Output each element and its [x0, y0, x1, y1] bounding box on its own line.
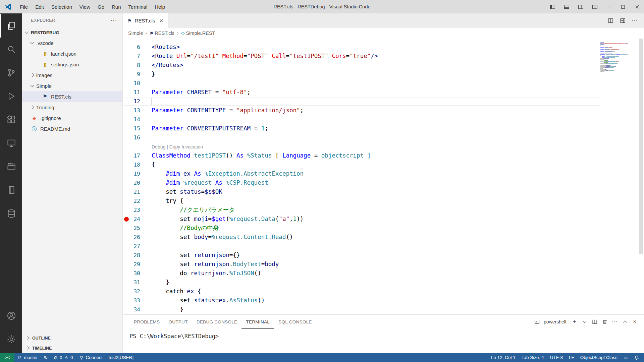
- code-line-14[interactable]: 14: [123, 115, 600, 124]
- tree-item-rest-cls[interactable]: ⚑REST.cls: [22, 91, 122, 102]
- tab-size[interactable]: Tab Size: 4: [519, 353, 547, 362]
- code-line-16[interactable]: 16: [123, 133, 600, 142]
- code-line-32[interactable]: 32 catch ex {: [123, 287, 600, 296]
- search-icon[interactable]: [0, 38, 22, 61]
- panel-tab-terminal[interactable]: TERMINAL: [241, 315, 274, 329]
- more-actions-icon[interactable]: ···: [629, 15, 640, 26]
- explorer-icon[interactable]: [0, 14, 22, 38]
- tree-item-readme-md[interactable]: ⓘREADME.md: [22, 123, 122, 134]
- minimize-icon[interactable]: [602, 0, 616, 13]
- breakpoint-margin[interactable]: [123, 269, 130, 278]
- git-branch[interactable]: master: [14, 353, 41, 362]
- minimap[interactable]: [600, 39, 638, 72]
- codelens-links[interactable]: Debug | Copy Invocation: [152, 144, 203, 149]
- breakpoint-margin[interactable]: [123, 224, 130, 233]
- feedback[interactable]: ☺: [621, 353, 631, 362]
- terminal-content[interactable]: PS C:\WorkSpace\RESTDebug>: [123, 329, 644, 353]
- scrollbar-thumb[interactable]: [639, 39, 643, 254]
- breakpoint-margin[interactable]: [123, 169, 130, 178]
- tab-rest-cls[interactable]: ⚑ REST.cls ×: [123, 13, 168, 28]
- breakpoint-margin[interactable]: [123, 260, 130, 269]
- breakpoint-margin[interactable]: [123, 97, 130, 106]
- explorer-more-actions-icon[interactable]: ···: [111, 17, 117, 23]
- problems[interactable]: ⊘0⚠0: [51, 353, 76, 362]
- breakpoint-margin[interactable]: [123, 205, 130, 215]
- menu-selection[interactable]: Selection: [48, 0, 76, 13]
- database-icon[interactable]: [0, 202, 22, 225]
- code-line-19[interactable]: 19 #dim ex As %Exception.AbstractExcepti…: [123, 169, 600, 178]
- breakpoint-margin[interactable]: [123, 151, 130, 160]
- code-line-9[interactable]: 9}: [123, 70, 600, 79]
- panel-tab-sql-console[interactable]: SQL CONSOLE: [274, 315, 316, 329]
- kill-terminal-trash-icon[interactable]: [600, 317, 609, 326]
- panel-more-actions-icon[interactable]: ···: [610, 317, 619, 326]
- code-line-7[interactable]: 7<Route Url="/test1" Method="POST" Call=…: [123, 52, 600, 61]
- breakpoint-margin[interactable]: [123, 187, 130, 196]
- panel-tab-problems[interactable]: PROBLEMS: [129, 315, 164, 329]
- code-editor[interactable]: 6<Routes>7<Route Url="/test1" Method="PO…: [123, 39, 644, 314]
- breakpoint-margin[interactable]: [123, 52, 130, 61]
- clapperboard-icon[interactable]: [0, 155, 22, 178]
- menu-file[interactable]: File: [16, 0, 32, 13]
- code-line-23[interactable]: 23 //クエリパラメータ: [123, 205, 600, 215]
- panel-tab-debug-console[interactable]: DEBUG CONSOLE: [192, 315, 242, 329]
- split-editor-icon[interactable]: [605, 15, 616, 26]
- breakpoint-margin[interactable]: [123, 305, 130, 314]
- code-line-33[interactable]: 33 set status=ex.AsStatus(): [123, 296, 600, 305]
- eol[interactable]: LF: [566, 353, 577, 362]
- maximize-icon[interactable]: [616, 0, 630, 13]
- breakpoint-margin[interactable]: [123, 124, 130, 133]
- code-line-31[interactable]: 31 }: [123, 278, 600, 287]
- close-window-icon[interactable]: [630, 0, 644, 13]
- code-line-13[interactable]: 13Parameter CONTENTTYPE = "application/j…: [123, 106, 600, 115]
- toggle-panel-icon[interactable]: [559, 0, 574, 13]
- menu-run[interactable]: Run: [108, 0, 125, 13]
- new-terminal-icon[interactable]: +: [570, 317, 579, 326]
- customize-layout-icon[interactable]: [588, 0, 602, 13]
- breakpoint-margin[interactable]: [123, 196, 130, 205]
- code-line-27[interactable]: 27: [123, 242, 600, 251]
- settings-gear-icon[interactable]: [0, 327, 22, 351]
- panel-tab-output[interactable]: OUTPUT: [164, 315, 192, 329]
- outline-section[interactable]: OUTLINE: [22, 333, 122, 343]
- terminal-shell-selector[interactable]: powershell: [530, 317, 569, 326]
- editor-scrollbar[interactable]: [638, 39, 644, 314]
- code-line-22[interactable]: 22 try {: [123, 196, 600, 205]
- breakpoint-dot[interactable]: [124, 217, 129, 222]
- account-icon[interactable]: [0, 304, 22, 327]
- menu-go[interactable]: Go: [94, 0, 108, 13]
- breakpoint-margin[interactable]: [123, 178, 130, 187]
- cursor-position[interactable]: Ln 12, Col 1: [488, 353, 519, 362]
- code-line-20[interactable]: 20 #dim %request As %CSP.Request: [123, 178, 600, 187]
- breakpoint-margin[interactable]: [123, 88, 130, 97]
- tree-item-images[interactable]: images: [22, 70, 122, 80]
- code-line-24[interactable]: 24 set moji=$get(%request.Data("a",1)): [123, 215, 600, 224]
- tree-item-settings-json[interactable]: {}settings.json: [22, 59, 122, 70]
- code-line-26[interactable]: 26 set body=%request.Content.Read(): [123, 233, 600, 242]
- breakpoint-margin[interactable]: [123, 215, 130, 224]
- breakpoint-margin[interactable]: [123, 296, 130, 305]
- extensions-icon[interactable]: [0, 108, 22, 131]
- breakpoint-margin[interactable]: [123, 70, 130, 79]
- tree-item-training[interactable]: Training: [22, 102, 122, 113]
- language-mode[interactable]: ObjectScript Class: [577, 353, 621, 362]
- timeline-section[interactable]: TIMELINE: [22, 343, 122, 353]
- breakpoint-margin[interactable]: [123, 287, 130, 296]
- folder-section-header[interactable]: RESTDEBUG: [22, 27, 122, 38]
- breakpoint-margin[interactable]: [123, 251, 130, 260]
- editor-layout-icon[interactable]: [617, 15, 628, 26]
- run-and-debug-icon[interactable]: [0, 84, 22, 108]
- book-icon[interactable]: [0, 178, 22, 202]
- breakpoint-margin[interactable]: [123, 133, 130, 142]
- remote-explorer-icon[interactable]: [0, 131, 22, 155]
- code-line-10[interactable]: 10: [123, 79, 600, 88]
- code-line-21[interactable]: 21 set status=$$$OK: [123, 187, 600, 196]
- breadcrumb-simple[interactable]: Simple: [128, 31, 143, 36]
- breakpoint-margin[interactable]: [123, 61, 130, 70]
- split-terminal-icon[interactable]: [590, 317, 599, 326]
- tab-close-icon[interactable]: ×: [159, 17, 163, 24]
- breakpoint-margin[interactable]: [123, 79, 130, 88]
- breakpoint-margin[interactable]: [123, 242, 130, 251]
- close-panel-icon[interactable]: ×: [630, 317, 639, 326]
- code-line-28[interactable]: 28 set returnjson={}: [123, 251, 600, 260]
